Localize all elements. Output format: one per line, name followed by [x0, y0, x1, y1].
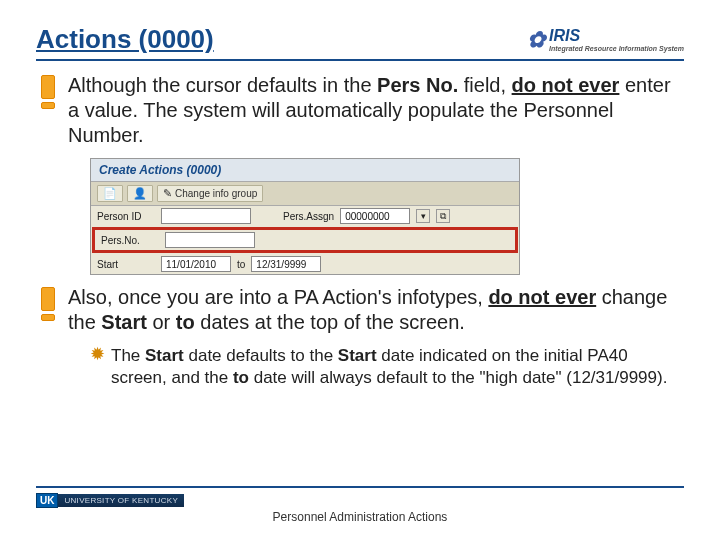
iris-logo: ✿ IRIS Integrated Resource Information S…: [527, 27, 684, 53]
input-pers-no[interactable]: [165, 232, 255, 248]
pencil-icon: ✎: [163, 187, 172, 200]
sub-bullet-text: The Start date defaults to the Start dat…: [111, 345, 684, 389]
input-start-date[interactable]: 11/01/2010: [161, 256, 231, 272]
warning-paragraph-1: Although the cursor defaults in the Pers…: [36, 73, 684, 148]
warning-1-text: Although the cursor defaults in the Pers…: [68, 73, 684, 148]
iris-logo-text: IRIS: [549, 27, 580, 44]
slide-footer: UK UNIVERSITY OF KENTUCKY Personnel Admi…: [36, 486, 684, 525]
warning-paragraph-2: Also, once you are into a PA Action's in…: [36, 285, 684, 335]
uk-logo-text: UNIVERSITY OF KENTUCKY: [58, 494, 184, 507]
pers-no-highlight: Pers.No.: [92, 227, 518, 253]
toolbar-button-2[interactable]: 👤: [127, 185, 153, 202]
uk-logo-mark: UK: [36, 493, 58, 508]
sap-form: Person ID Pers.Assgn 00000000 ▾ ⧉ Pers.N…: [91, 206, 519, 274]
label-start: Start: [97, 259, 155, 270]
label-pers-assgn: Pers.Assgn: [283, 211, 334, 222]
change-info-group-button[interactable]: ✎Change info group: [157, 185, 263, 202]
input-pers-assgn[interactable]: 00000000: [340, 208, 410, 224]
label-to: to: [237, 259, 245, 270]
page-title: Actions (0000): [36, 24, 214, 55]
iris-flower-icon: ✿: [527, 27, 545, 53]
toolbar-button-1[interactable]: 📄: [97, 185, 123, 202]
sap-screenshot: Create Actions (0000) 📄 👤 ✎Change info g…: [90, 158, 520, 275]
row-person-id: Person ID Pers.Assgn 00000000 ▾ ⧉: [91, 206, 519, 226]
row-dates: Start 11/01/2010 to 12/31/9999: [91, 254, 519, 274]
matchcode-icon[interactable]: ▾: [416, 209, 430, 223]
iris-tagline: Integrated Resource Information System: [549, 45, 684, 52]
warning-2-text: Also, once you are into a PA Action's in…: [68, 285, 684, 335]
footer-caption: Personnel Administration Actions: [36, 510, 684, 524]
exclamation-icon: [36, 287, 60, 321]
person-icon: 👤: [133, 187, 147, 200]
sap-toolbar: 📄 👤 ✎Change info group: [91, 182, 519, 206]
label-person-id: Person ID: [97, 211, 155, 222]
uk-logo: UK UNIVERSITY OF KENTUCKY: [36, 492, 184, 508]
row-pers-no: Pers.No.: [95, 230, 515, 250]
input-person-id[interactable]: [161, 208, 251, 224]
star-icon: ✹: [90, 345, 105, 363]
sub-bullet: ✹ The Start date defaults to the Start d…: [90, 345, 684, 389]
org-icon[interactable]: ⧉: [436, 209, 450, 223]
document-icon: 📄: [103, 187, 117, 200]
exclamation-icon: [36, 75, 60, 109]
sap-window-title: Create Actions (0000): [91, 159, 519, 182]
input-to-date[interactable]: 12/31/9999: [251, 256, 321, 272]
label-pers-no: Pers.No.: [101, 235, 159, 246]
slide-header: Actions (0000) ✿ IRIS Integrated Resourc…: [36, 24, 684, 61]
